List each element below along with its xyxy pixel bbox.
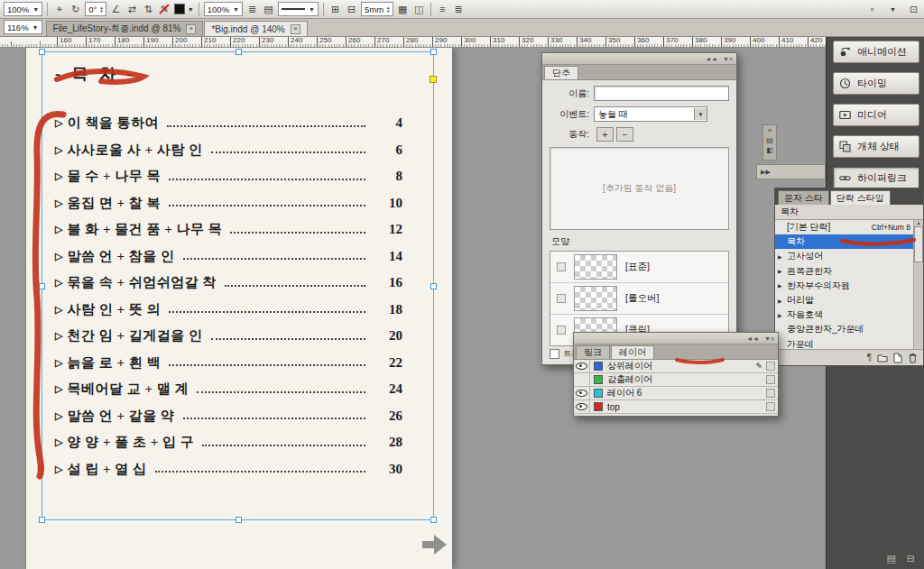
flip-vertical-icon[interactable]: ⇅: [142, 3, 155, 16]
close-tab-icon[interactable]: ×: [186, 24, 196, 34]
rotate-icon[interactable]: ↻: [69, 3, 82, 16]
align-distribute-icon[interactable]: ≣: [452, 3, 466, 16]
stroke-none-icon[interactable]: ✎: [158, 3, 171, 15]
dock-button-animation[interactable]: 애니메이션: [833, 41, 919, 63]
panel-menu-icon[interactable]: ▼≡: [723, 56, 733, 62]
chevron-down-icon[interactable]: ▼: [188, 6, 194, 13]
collapse-icon[interactable]: ◄◄: [746, 335, 759, 342]
expander-triangle-icon[interactable]: ▶: [778, 298, 787, 304]
reference-point-icon[interactable]: ⌖: [52, 3, 66, 16]
clear-overrides-icon[interactable]: ¶: [867, 353, 872, 363]
document-tab[interactable]: File_LifeStory-최종.indd @ 81%×: [46, 21, 204, 36]
paragraph-style-item[interactable]: 중앙큰한자_가운데: [775, 322, 913, 336]
zoom-level-select[interactable]: 100% ▼: [4, 2, 42, 16]
state-enable-box[interactable]: [557, 262, 566, 271]
stroke-style-select[interactable]: ▼: [278, 2, 319, 16]
chevron-down-icon[interactable]: ▼: [886, 3, 900, 16]
scrollbar[interactable]: ▲: [913, 220, 923, 349]
visibility-toggle[interactable]: [574, 387, 590, 399]
scroll-up-icon[interactable]: ▲: [917, 220, 921, 225]
fill-swatch[interactable]: [174, 4, 185, 14]
layer-target-box[interactable]: [766, 402, 775, 411]
expander-triangle-icon[interactable]: ▶: [778, 282, 787, 289]
layer-row[interactable]: 상위레이어✎: [574, 360, 778, 373]
tab-links[interactable]: 링크: [576, 345, 610, 359]
appearance-state-row[interactable]: [롤오버]: [550, 283, 728, 315]
expander-triangle-icon[interactable]: ▶: [778, 268, 787, 274]
app-window-icon[interactable]: ⊡: [907, 3, 920, 16]
paragraph-style-item[interactable]: ▶머리말: [775, 293, 913, 307]
appearance-state-row[interactable]: [표준]: [550, 252, 728, 283]
visibility-toggle[interactable]: [574, 400, 590, 413]
layer-row[interactable]: 레이어 6: [574, 387, 778, 400]
dock-button-timing[interactable]: 타이밍: [833, 72, 919, 95]
shear-icon[interactable]: ∠: [109, 3, 123, 16]
layer-target-box[interactable]: [766, 362, 775, 371]
collapsed-panel-dock[interactable]: « ▤ ◧: [762, 124, 777, 161]
grid-icon[interactable]: ⊞: [328, 3, 342, 16]
frame-handle[interactable]: [430, 283, 437, 289]
grid-remove-icon[interactable]: ⊟: [345, 3, 358, 16]
expand-dock-icon[interactable]: «: [768, 126, 772, 134]
layer-row[interactable]: 감춤레이어: [574, 373, 778, 387]
paragraph-style-item[interactable]: [기본 단락]Ctrl+Num 8: [775, 220, 913, 234]
expander-triangle-icon[interactable]: ▶: [778, 253, 787, 260]
stepper-icon[interactable]: ▴▾: [387, 5, 390, 13]
panel-options-icon[interactable]: ▤: [886, 553, 895, 564]
offset-field[interactable]: 5mm ▴▾: [361, 2, 393, 16]
layer-row[interactable]: top: [574, 400, 778, 414]
paragraph-marks-icon[interactable]: ▤: [262, 3, 275, 16]
chevron-down-icon[interactable]: ▼: [694, 108, 707, 120]
visibility-toggle[interactable]: [574, 373, 590, 386]
tab-paragraph-styles[interactable]: 단락 스타일: [830, 190, 891, 205]
remove-action-button[interactable]: −: [616, 127, 633, 142]
paragraph-style-item[interactable]: ▶고사성어: [775, 249, 913, 263]
delete-icon[interactable]: ⊟: [907, 553, 915, 564]
add-action-button[interactable]: +: [596, 127, 614, 142]
panel-icon[interactable]: ▤: [766, 136, 773, 144]
toc-text-frame[interactable]: - 목 차 - ▷이 책을 통하여4▷사사로울 사 + 사람 인6▷물 수 + …: [42, 51, 434, 520]
paragraph-style-item[interactable]: ▶왼쪽큰한자: [775, 264, 913, 279]
frame-handle[interactable]: [430, 49, 437, 55]
style-group-icon[interactable]: [877, 353, 888, 363]
frame-handle[interactable]: [236, 49, 242, 55]
state-enable-box[interactable]: [557, 294, 566, 303]
window-zoom-select[interactable]: 116% ▼: [4, 20, 42, 34]
frame-fitting-icon[interactable]: ◫: [412, 3, 426, 16]
collapse-panel-icon[interactable]: ▶▶: [761, 169, 771, 176]
paragraph-style-item[interactable]: ▶자음호색: [775, 307, 913, 322]
align-lines-icon[interactable]: ≡: [436, 3, 449, 16]
frame-handle[interactable]: [236, 517, 242, 523]
frame-handle[interactable]: [39, 283, 45, 289]
state-enable-box[interactable]: [557, 326, 566, 335]
document-tab[interactable]: *Big.indd @ 140%×: [204, 21, 307, 36]
tab-character-styles[interactable]: 문자 스타: [778, 190, 829, 205]
paragraph-style-item[interactable]: ▶한자부수의자원: [775, 279, 913, 293]
corner-options-handle[interactable]: [430, 76, 437, 83]
panel-icon[interactable]: ◧: [766, 146, 773, 154]
button-name-input[interactable]: [594, 86, 729, 101]
scrollbar-thumb[interactable]: [914, 226, 923, 262]
stepper-icon[interactable]: ▴▾: [100, 5, 103, 13]
hidden-until-triggered-checkbox[interactable]: [550, 349, 559, 359]
dock-button-media[interactable]: 미디어: [833, 104, 919, 126]
layer-target-box[interactable]: [766, 389, 775, 398]
frame-handle[interactable]: [39, 517, 45, 523]
collapse-icon[interactable]: ◄◄: [705, 56, 717, 62]
workspace-icon[interactable]: ▫: [865, 3, 879, 16]
layer-target-box[interactable]: [766, 375, 775, 384]
paragraph-style-item[interactable]: 가운데: [775, 337, 913, 350]
close-tab-icon[interactable]: ×: [291, 24, 300, 34]
horizontal-ruler[interactable]: 1601701801902002102202302402502602702802…: [0, 36, 826, 48]
paragraph-style-item[interactable]: 목차: [775, 234, 913, 249]
event-select[interactable]: 놓을 때 ▼: [594, 106, 707, 122]
delete-style-icon[interactable]: [908, 353, 918, 363]
dock-button-hyperlinks[interactable]: 하이퍼링크: [833, 167, 919, 189]
dock-button-object-states[interactable]: 개체 상태: [833, 135, 919, 158]
hyperlinks-panel-tab-strip[interactable]: ▶▶: [756, 164, 826, 179]
rotation-angle-field[interactable]: 0° ▴▾: [85, 2, 106, 16]
new-style-icon[interactable]: [893, 353, 902, 363]
visibility-toggle[interactable]: [574, 360, 590, 372]
flip-horizontal-icon[interactable]: ⇄: [125, 3, 139, 16]
text-frame-options-icon[interactable]: ≣: [245, 3, 259, 16]
